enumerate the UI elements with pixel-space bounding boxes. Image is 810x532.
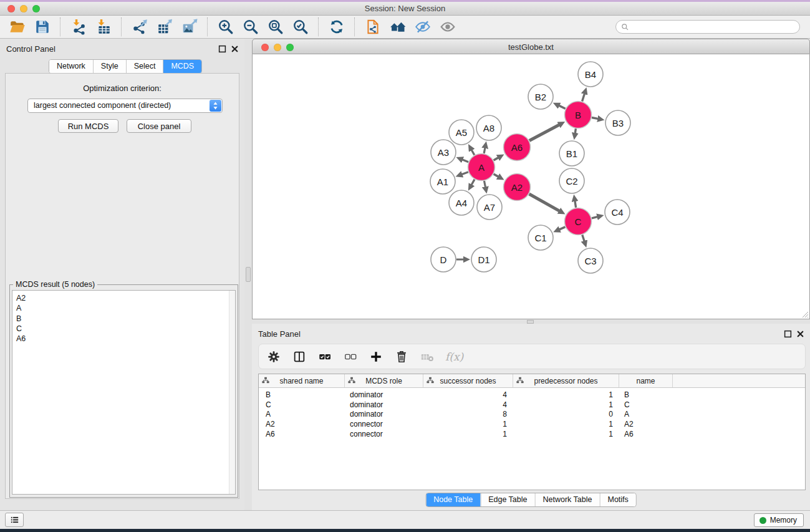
node-C2[interactable]: C2 [559, 168, 584, 193]
edge-A6-B[interactable] [529, 125, 559, 140]
node-D1[interactable]: D1 [471, 247, 496, 272]
node-A3[interactable]: A3 [431, 140, 456, 165]
node-B[interactable]: B [565, 102, 592, 128]
cell-successor-nodes-row3[interactable]: 1 [423, 419, 513, 429]
cell-name-row4[interactable]: A6 [619, 429, 672, 439]
node-A8[interactable]: A8 [476, 115, 501, 140]
node-B1[interactable]: B1 [559, 141, 584, 166]
cell-shared-name-row4[interactable]: A6 [259, 429, 344, 439]
column-layout-button[interactable] [292, 349, 307, 364]
result-list-item[interactable]: B [12, 314, 235, 324]
close-panel-icon[interactable] [796, 330, 804, 338]
cell-name-row2[interactable]: A [619, 410, 672, 420]
column-header-predecessor-nodes[interactable]: predecessor nodes [513, 374, 619, 387]
node-B3[interactable]: B3 [605, 110, 630, 135]
cell-predecessor-nodes-row4[interactable]: 1 [513, 429, 619, 439]
zoom-fit-button[interactable] [263, 16, 288, 37]
zoom-selected-button[interactable] [288, 16, 313, 37]
zoom-in-button[interactable] [213, 16, 238, 37]
cell-successor-nodes-row2[interactable]: 8 [423, 410, 513, 420]
mcds-result-list[interactable]: A2ABCA6 [12, 290, 236, 495]
export-image-button[interactable] [177, 16, 202, 37]
cell-predecessor-nodes-row1[interactable]: 1 [513, 400, 619, 410]
deselect-all-button[interactable] [343, 349, 358, 364]
add-column-button[interactable] [369, 349, 383, 364]
table-tab-network-table[interactable]: Network Table [535, 493, 600, 506]
tab-style[interactable]: Style [93, 60, 126, 73]
cell-predecessor-nodes-row2[interactable]: 0 [513, 410, 619, 420]
node-A4[interactable]: A4 [449, 190, 474, 215]
table-tab-edge-table[interactable]: Edge Table [480, 493, 534, 506]
node-A1[interactable]: A1 [430, 169, 455, 194]
edge-A-A2[interactable] [494, 174, 498, 177]
cell-shared-name-row0[interactable]: B [259, 390, 344, 400]
tab-mcds[interactable]: MCDS [163, 60, 201, 73]
run-mcds-button[interactable]: Run MCDS [58, 119, 118, 133]
show-graphics-details-button[interactable] [435, 16, 460, 37]
node-A7[interactable]: A7 [477, 195, 502, 220]
edge-A2-C[interactable] [529, 194, 559, 211]
export-table-button[interactable] [152, 16, 177, 37]
cell-predecessor-nodes-row0[interactable]: 1 [513, 390, 619, 400]
result-list-item[interactable]: A [12, 303, 235, 313]
node-A6[interactable]: A6 [504, 134, 531, 161]
column-header-shared-name[interactable]: shared name [259, 374, 344, 387]
node-B4[interactable]: B4 [578, 62, 603, 87]
cell-shared-name-row1[interactable]: C [259, 400, 344, 410]
resize-grip-icon[interactable] [801, 311, 809, 318]
edge-B-B1[interactable] [575, 128, 576, 133]
result-list-item[interactable]: C [12, 324, 235, 334]
edge-B-B3[interactable] [592, 118, 598, 119]
edge-A-A8[interactable] [484, 148, 485, 153]
edge-A-A6[interactable] [494, 158, 498, 160]
criterion-dropdown[interactable]: largest connected component (directed) [27, 99, 223, 113]
vertical-splitter-handle[interactable] [246, 267, 251, 282]
edge-A-A7[interactable] [485, 181, 486, 187]
task-history-button[interactable] [5, 513, 24, 527]
node-C4[interactable]: C4 [605, 200, 630, 225]
cell-name-row0[interactable]: B [619, 390, 672, 400]
column-header-mcds-role[interactable]: MCDS role [344, 374, 423, 387]
edge-C-C1[interactable] [559, 227, 565, 230]
node-A5[interactable]: A5 [449, 120, 474, 145]
hide-graphics-details-button[interactable] [410, 16, 435, 37]
node-A[interactable]: A [468, 154, 495, 181]
table-tab-motifs[interactable]: Motifs [599, 493, 635, 506]
node-A2[interactable]: A2 [504, 174, 531, 201]
cell-shared-name-row3[interactable]: A2 [259, 419, 344, 429]
result-list-item[interactable]: A2 [12, 293, 235, 303]
cell-name-row1[interactable]: C [619, 400, 672, 410]
tab-network[interactable]: Network [49, 60, 93, 73]
node-C[interactable]: C [565, 208, 592, 235]
column-header-successor-nodes[interactable]: successor nodes [423, 374, 513, 387]
network-canvas[interactable]: B4B2BB3A8A5A6A3B1AC2A1A2A4A7C4CC1C3DD1 [253, 54, 809, 318]
edge-C-C4[interactable] [592, 217, 597, 218]
cell-successor-nodes-row0[interactable]: 4 [423, 390, 513, 400]
edge-C-C3[interactable] [582, 235, 584, 241]
cell-mcds-role-row2[interactable]: dominator [344, 410, 423, 420]
clear-table-button[interactable] [420, 349, 435, 364]
column-header-name[interactable]: name [619, 374, 672, 387]
export-network-button[interactable] [127, 16, 152, 37]
select-all-button[interactable] [317, 349, 332, 364]
close-panel-icon[interactable] [231, 45, 239, 53]
table-tab-node-table[interactable]: Node Table [426, 493, 480, 506]
result-list-item[interactable]: A6 [12, 334, 235, 344]
edge-A-A3[interactable] [463, 160, 468, 162]
float-panel-icon[interactable] [218, 45, 226, 53]
save-session-button[interactable] [30, 16, 55, 37]
refresh-layout-button[interactable] [324, 16, 349, 37]
cell-mcds-role-row0[interactable]: dominator [344, 390, 423, 400]
home-button[interactable] [385, 16, 410, 37]
node-C3[interactable]: C3 [578, 248, 603, 273]
cell-mcds-role-row4[interactable]: connector [344, 429, 423, 439]
node-C1[interactable]: C1 [528, 225, 553, 250]
network-window-titlebar[interactable]: testGlobe.txt [252, 39, 810, 54]
node-B2[interactable]: B2 [528, 84, 553, 109]
search-input[interactable] [632, 21, 794, 33]
close-panel-button[interactable]: Close panel [127, 119, 191, 133]
edge-C-C2[interactable] [575, 201, 576, 208]
cell-shared-name-row2[interactable]: A [259, 410, 344, 420]
function-builder-button[interactable]: f(x) [445, 351, 463, 363]
result-list-scrollbar[interactable] [229, 291, 235, 494]
